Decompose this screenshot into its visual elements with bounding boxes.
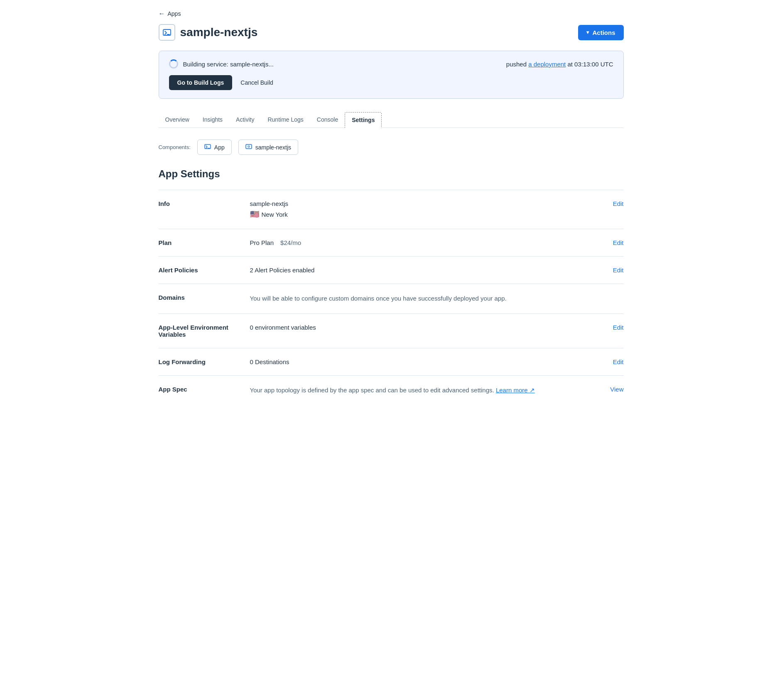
tab-settings[interactable]: Settings bbox=[345, 112, 382, 128]
sample-nextjs-component-label: sample-nextjs bbox=[255, 144, 291, 151]
tab-activity[interactable]: Activity bbox=[229, 112, 261, 128]
svg-point-5 bbox=[248, 146, 250, 147]
alert-policies-label: Alert Policies bbox=[159, 257, 250, 284]
plan-edit-link[interactable]: Edit bbox=[613, 239, 624, 246]
svg-rect-4 bbox=[246, 144, 252, 149]
info-location: 🇺🇸 New York bbox=[250, 210, 591, 219]
back-label: Apps bbox=[168, 10, 181, 17]
build-actions-row: Go to Build Logs Cancel Build bbox=[169, 75, 613, 90]
settings-row-app-spec: App Spec Your app topology is defined by… bbox=[159, 375, 624, 405]
deployment-link[interactable]: a deployment bbox=[528, 61, 566, 68]
back-link[interactable]: ← Apps bbox=[159, 10, 624, 17]
app-component-label: App bbox=[214, 144, 225, 151]
build-status-text: Building service: sample-nextjs... bbox=[183, 61, 274, 68]
plan-price: $24/mo bbox=[280, 239, 301, 246]
alert-policies-value: 2 Alert Policies enabled bbox=[250, 257, 591, 284]
settings-row-alert-policies: Alert Policies 2 Alert Policies enabled … bbox=[159, 257, 624, 284]
settings-row-log-forwarding: Log Forwarding 0 Destinations Edit bbox=[159, 348, 624, 375]
alert-policies-edit-cell: Edit bbox=[591, 257, 624, 284]
components-label: Components: bbox=[159, 144, 191, 150]
domains-text: You will be able to configure custom dom… bbox=[250, 295, 507, 302]
go-to-build-logs-button[interactable]: Go to Build Logs bbox=[169, 75, 233, 90]
sample-nextjs-component-button[interactable]: sample-nextjs bbox=[238, 140, 298, 155]
settings-table: Info sample-nextjs 🇺🇸 New York Edit Plan bbox=[159, 190, 624, 405]
domains-label: Domains bbox=[159, 284, 250, 314]
settings-row-domains: Domains You will be able to configure cu… bbox=[159, 284, 624, 314]
plan-edit-cell: Edit bbox=[591, 229, 624, 257]
info-value: sample-nextjs 🇺🇸 New York bbox=[250, 190, 591, 229]
build-status-row: Building service: sample-nextjs... pushe… bbox=[169, 59, 613, 69]
app-component-button[interactable]: App bbox=[197, 140, 232, 155]
build-deployment-text: pushed a deployment at 03:13:00 UTC bbox=[506, 61, 613, 68]
actions-button[interactable]: ▾ Actions bbox=[578, 25, 623, 40]
app-spec-value: Your app topology is defined by the app … bbox=[250, 375, 591, 405]
env-vars-value: 0 environment variables bbox=[250, 313, 591, 348]
tab-overview[interactable]: Overview bbox=[159, 112, 196, 128]
app-spec-view-link[interactable]: View bbox=[610, 386, 623, 393]
domains-value: You will be able to configure custom dom… bbox=[250, 284, 591, 314]
tab-runtime-logs[interactable]: Runtime Logs bbox=[261, 112, 310, 128]
info-edit-link[interactable]: Edit bbox=[613, 200, 624, 207]
component-icon bbox=[245, 143, 252, 151]
settings-section-title: App Settings bbox=[159, 168, 624, 180]
app-component-icon bbox=[204, 143, 211, 151]
log-forwarding-value: 0 Destinations bbox=[250, 348, 591, 375]
info-city: New York bbox=[262, 211, 288, 218]
settings-row-plan: Plan Pro Plan $24/mo Edit bbox=[159, 229, 624, 257]
settings-row-env-vars: App-Level Environment Variables 0 enviro… bbox=[159, 313, 624, 348]
cancel-build-button[interactable]: Cancel Build bbox=[237, 75, 277, 90]
log-forwarding-edit-cell: Edit bbox=[591, 348, 624, 375]
env-vars-edit-cell: Edit bbox=[591, 313, 624, 348]
tab-insights[interactable]: Insights bbox=[196, 112, 229, 128]
deployment-prefix: pushed bbox=[506, 61, 527, 68]
log-forwarding-label: Log Forwarding bbox=[159, 348, 250, 375]
plan-value-cell: Pro Plan $24/mo bbox=[250, 229, 591, 257]
plan-info: Pro Plan $24/mo bbox=[250, 239, 591, 246]
us-flag-icon: 🇺🇸 bbox=[250, 210, 259, 219]
app-spec-learn-more-link[interactable]: Learn more ↗ bbox=[496, 387, 535, 394]
env-vars-label: App-Level Environment Variables bbox=[159, 313, 250, 348]
plan-label: Plan bbox=[159, 229, 250, 257]
plan-name: Pro Plan bbox=[250, 239, 274, 246]
tabs-row: Overview Insights Activity Runtime Logs … bbox=[159, 112, 624, 128]
app-icon bbox=[159, 24, 175, 41]
app-spec-label: App Spec bbox=[159, 375, 250, 405]
build-banner: Building service: sample-nextjs... pushe… bbox=[159, 51, 624, 99]
info-label: Info bbox=[159, 190, 250, 229]
app-spec-view-cell: View bbox=[591, 375, 624, 405]
info-app-name: sample-nextjs bbox=[250, 200, 591, 207]
app-spec-text: Your app topology is defined by the app … bbox=[250, 387, 494, 394]
log-forwarding-edit-link[interactable]: Edit bbox=[613, 358, 624, 365]
alert-policies-edit-link[interactable]: Edit bbox=[613, 267, 624, 274]
settings-row-info: Info sample-nextjs 🇺🇸 New York Edit bbox=[159, 190, 624, 229]
env-vars-edit-link[interactable]: Edit bbox=[613, 324, 624, 331]
loading-spinner bbox=[169, 59, 178, 69]
actions-label: Actions bbox=[592, 29, 615, 36]
app-title-group: sample-nextjs bbox=[159, 24, 258, 41]
back-arrow-icon: ← bbox=[159, 10, 165, 17]
page-title: sample-nextjs bbox=[180, 26, 258, 39]
domains-edit-cell bbox=[591, 284, 624, 314]
info-edit-cell: Edit bbox=[591, 190, 624, 229]
deployment-suffix: at 03:13:00 UTC bbox=[567, 61, 613, 68]
components-row: Components: App sample-nextjs bbox=[159, 140, 624, 155]
header-row: sample-nextjs ▾ Actions bbox=[159, 24, 624, 41]
chevron-down-icon: ▾ bbox=[586, 29, 589, 35]
tab-console[interactable]: Console bbox=[310, 112, 345, 128]
